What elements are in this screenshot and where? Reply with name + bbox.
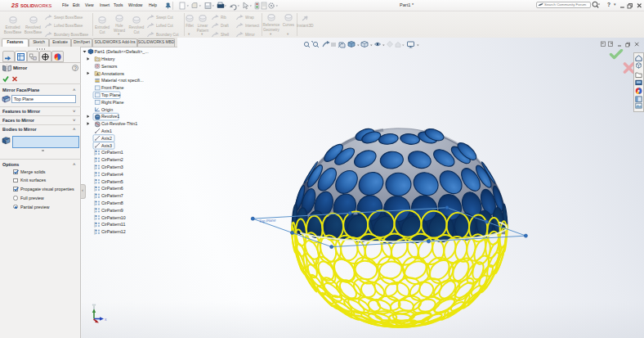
- svg-text:x: x: [105, 317, 107, 322]
- svg-text:A: A: [96, 72, 99, 76]
- svg-text:Top Plane: Top Plane: [259, 219, 276, 223]
